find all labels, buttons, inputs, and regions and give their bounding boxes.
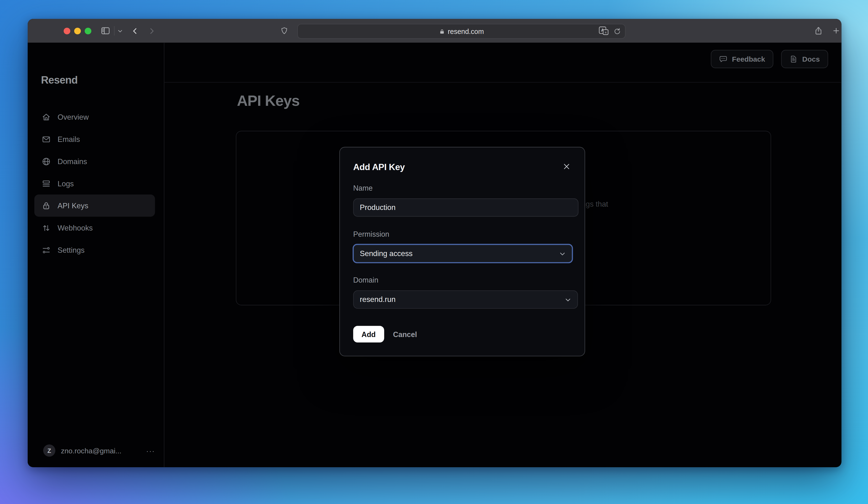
back-icon <box>131 26 140 35</box>
resend-logo: Resend <box>41 74 78 87</box>
logs-icon <box>42 179 51 188</box>
sidebar-item-emails[interactable]: Emails <box>34 128 155 150</box>
sidebar-item-overview[interactable]: Overview <box>34 106 155 128</box>
desktop: resend.com A a <box>0 0 868 504</box>
chevron-down-icon <box>117 28 123 33</box>
globe-icon <box>42 157 51 166</box>
domain-select[interactable]: resend.run <box>353 291 578 309</box>
docs-label: Docs <box>802 55 820 63</box>
feedback-button[interactable]: Feedback <box>711 50 774 68</box>
sidebar-item-label: Logs <box>58 179 74 188</box>
close-icon <box>562 162 570 171</box>
address-bar[interactable]: resend.com A a <box>297 24 626 39</box>
sidebar-item-settings[interactable]: Settings <box>34 239 155 261</box>
sidebar-item-label: Webhooks <box>58 224 93 232</box>
sidebar-item-api-keys[interactable]: API Keys <box>34 194 155 216</box>
translate-icon[interactable]: A a <box>599 27 608 35</box>
page-title: API Keys <box>237 92 299 110</box>
sidebar-item-label: Emails <box>58 135 80 143</box>
add-api-key-modal: Add API Key Name Permission Sending acce… <box>339 147 585 356</box>
arrows-up-down-icon <box>42 223 51 232</box>
back-button[interactable] <box>129 19 141 43</box>
new-tab-button[interactable] <box>829 19 841 43</box>
sidebar: Resend Overview Emails <box>28 43 164 467</box>
sidebar-item-label: Overview <box>58 113 89 121</box>
domain-label: Domain <box>353 276 378 284</box>
plus-icon <box>832 27 840 35</box>
feedback-bubble-icon <box>719 55 727 63</box>
lock-icon <box>439 28 445 34</box>
permission-value: Sending access <box>360 249 413 258</box>
account-row[interactable]: Z zno.rocha@gmai... ··· <box>43 444 157 457</box>
sidebar-item-logs[interactable]: Logs <box>34 172 155 195</box>
shield-icon <box>280 26 288 36</box>
sidebar-toggle-icon <box>100 26 111 36</box>
header-divider <box>164 82 841 82</box>
reload-icon[interactable] <box>613 27 621 34</box>
traffic-light-minimize[interactable] <box>74 28 81 34</box>
chevron-down-icon <box>564 296 572 303</box>
mail-icon <box>42 134 51 144</box>
domain-value: resend.run <box>360 295 395 304</box>
forward-icon <box>147 26 156 35</box>
name-input[interactable] <box>353 199 578 217</box>
add-button[interactable]: Add <box>353 326 384 343</box>
share-button[interactable] <box>812 19 825 43</box>
sidebar-item-webhooks[interactable]: Webhooks <box>34 216 155 239</box>
sidebar-item-label: Settings <box>58 246 84 254</box>
modal-title: Add API Key <box>353 162 405 172</box>
browser-window: resend.com A a <box>28 19 841 467</box>
name-label: Name <box>353 184 373 192</box>
traffic-light-close[interactable] <box>64 28 70 34</box>
toolbar-divider <box>114 26 114 36</box>
account-email: zno.rocha@gmai... <box>61 446 146 455</box>
permission-label: Permission <box>353 230 389 239</box>
home-icon <box>42 112 51 122</box>
docs-button[interactable]: Docs <box>781 50 828 68</box>
sidebar-item-domains[interactable]: Domains <box>34 150 155 172</box>
privacy-report-button[interactable] <box>278 19 290 43</box>
traffic-light-zoom[interactable] <box>85 28 91 34</box>
cancel-button[interactable]: Cancel <box>393 326 417 343</box>
chevron-down-icon <box>559 250 566 257</box>
sidebar-toggle-button[interactable] <box>98 19 112 43</box>
share-icon <box>813 26 823 36</box>
url-text: resend.com <box>448 28 484 35</box>
docs-icon <box>789 55 798 63</box>
browser-toolbar: resend.com A a <box>28 19 841 43</box>
sidebar-nav: Overview Emails Domains <box>34 106 155 261</box>
sidebar-item-label: API Keys <box>58 201 88 210</box>
sidebar-item-label: Domains <box>58 157 87 165</box>
header-actions: Feedback Docs <box>711 50 828 68</box>
permission-select[interactable]: Sending access <box>353 244 573 263</box>
account-menu-ellipsis-icon[interactable]: ··· <box>146 446 157 455</box>
lock-icon <box>42 201 51 210</box>
avatar: Z <box>43 444 55 457</box>
tab-group-menu-button[interactable] <box>115 19 125 43</box>
forward-button[interactable] <box>146 19 158 43</box>
sliders-icon <box>42 245 51 255</box>
close-button[interactable] <box>560 160 573 173</box>
feedback-label: Feedback <box>732 55 765 63</box>
